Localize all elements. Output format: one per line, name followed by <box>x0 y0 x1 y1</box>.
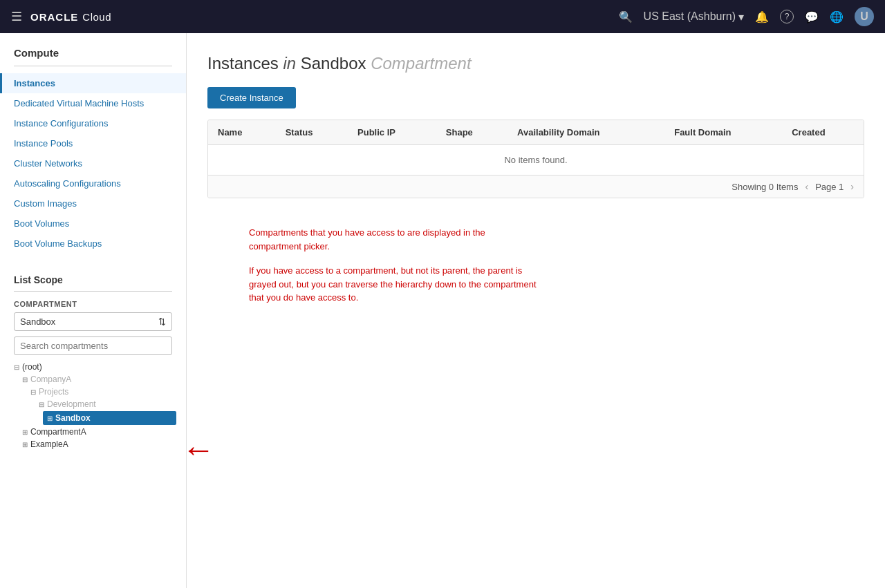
tree-toggle-development[interactable]: ⊟ <box>39 401 44 408</box>
table-header-row: Name Status Public IP Shape Availability… <box>208 120 864 145</box>
sidebar-item-boot-volume-backups[interactable]: Boot Volume Backups <box>0 234 186 254</box>
sidebar-item-instance-configs[interactable]: Instance Configurations <box>0 113 186 133</box>
table-empty-message: No items found. <box>208 145 864 176</box>
compartment-value: Sandbox <box>20 316 55 327</box>
cloud-text: Cloud <box>82 11 111 23</box>
tree-item-projects[interactable]: ⊟ Projects <box>30 386 172 398</box>
navbar-icons: 🔍 US East (Ashburn) ▾ 🔔 ? 💬 🌐 U <box>619 7 874 26</box>
next-page-icon[interactable]: › <box>850 181 854 192</box>
tree-toggle-sandbox[interactable]: ⊞ <box>47 415 53 422</box>
sidebar-section-title: Compute <box>0 47 186 66</box>
page-title-in: in <box>283 54 300 73</box>
tree-item-companya[interactable]: ⊟ CompanyA <box>22 373 172 386</box>
sidebar-item-boot-volumes[interactable]: Boot Volumes <box>0 214 186 234</box>
showing-items-label: Showing 0 Items <box>732 182 798 192</box>
main-content: Instances in Sandbox Compartment Create … <box>187 33 885 588</box>
search-icon[interactable]: 🔍 <box>619 10 633 23</box>
col-created: Created <box>782 120 864 145</box>
select-arrows-icon: ⇅ <box>158 316 166 327</box>
col-public-ip: Public IP <box>348 120 436 145</box>
annotation-text-2: If you have access to a compartment, but… <box>249 264 539 305</box>
table-footer: Showing 0 Items ‹ Page 1 › <box>208 175 864 198</box>
hamburger-icon[interactable]: ☰ <box>11 9 22 24</box>
tree-item-development[interactable]: ⊟ Development <box>39 398 172 410</box>
tree-toggle-root[interactable]: ⊟ <box>14 363 19 371</box>
page-title: Instances in Sandbox Compartment <box>207 54 864 73</box>
tree-toggle-compartmenta[interactable]: ⊞ <box>22 428 28 436</box>
navbar-brand: ORACLE Cloud <box>30 11 111 23</box>
tree-item-sandbox[interactable]: ⊞ Sandbox <box>43 411 176 425</box>
red-arrow-icon: ← <box>182 433 215 466</box>
annotation-text-1: Compartments that you have access to are… <box>249 226 539 253</box>
page-title-instances: Instances <box>207 54 279 73</box>
sidebar-item-autoscaling[interactable]: Autoscaling Configurations <box>0 173 186 193</box>
compartment-search-input[interactable] <box>14 336 172 355</box>
sidebar-item-instance-pools[interactable]: Instance Pools <box>0 133 186 153</box>
col-fault-domain: Fault Domain <box>664 120 782 145</box>
sidebar-item-custom-images[interactable]: Custom Images <box>0 193 186 214</box>
list-scope-section: List Scope COMPARTMENT Sandbox ⇅ ⊟ (root… <box>0 274 186 451</box>
compartment-tree: ⊟ (root) ⊟ CompanyA ⊟ Projects <box>14 361 172 451</box>
oracle-logo-text: ORACLE <box>30 11 78 23</box>
tree-label-root: (root) <box>22 362 42 372</box>
annotation-area: Compartments that you have access to are… <box>249 226 539 316</box>
chat-icon[interactable]: 💬 <box>805 10 819 23</box>
annotation-row-2: If you have access to a compartment, but… <box>249 264 539 316</box>
prev-page-icon[interactable]: ‹ <box>805 181 808 192</box>
sidebar-item-instances[interactable]: Instances <box>0 73 186 93</box>
tree-label-compartmenta: CompartmentA <box>30 427 86 437</box>
region-selector[interactable]: US East (Ashburn) ▾ <box>644 10 744 23</box>
sidebar: Compute Instances Dedicated Virtual Mach… <box>0 33 187 588</box>
tree-item-root[interactable]: ⊟ (root) <box>14 361 172 373</box>
region-label: US East (Ashburn) <box>644 10 736 23</box>
col-shape: Shape <box>436 120 507 145</box>
tree-label-companya: CompanyA <box>30 374 71 384</box>
tree-label-projects: Projects <box>39 387 68 397</box>
bell-icon[interactable]: 🔔 <box>755 10 769 23</box>
col-name: Name <box>208 120 276 145</box>
sidebar-item-cluster-networks[interactable]: Cluster Networks <box>0 153 186 173</box>
page-number: Page 1 <box>815 182 844 192</box>
tree-toggle-companya[interactable]: ⊟ <box>22 376 28 383</box>
help-icon[interactable]: ? <box>780 10 794 23</box>
instances-table: Name Status Public IP Shape Availability… <box>208 120 864 175</box>
globe-icon[interactable]: 🌐 <box>830 10 844 23</box>
navbar: ☰ ORACLE Cloud 🔍 US East (Ashburn) ▾ 🔔 ?… <box>0 0 885 33</box>
tree-toggle-projects[interactable]: ⊟ <box>30 388 36 396</box>
compartment-label: COMPARTMENT <box>14 300 172 308</box>
avatar[interactable]: U <box>855 7 874 26</box>
create-instance-button[interactable]: Create Instance <box>207 87 296 108</box>
arrow-annotation: ← <box>182 401 215 498</box>
compartment-select[interactable]: Sandbox ⇅ <box>14 312 172 331</box>
sidebar-item-dedicated-vm-hosts[interactable]: Dedicated Virtual Machine Hosts <box>0 93 186 113</box>
tree-item-compartmenta[interactable]: ⊞ CompartmentA <box>22 426 172 438</box>
tree-label-development: Development <box>47 399 96 409</box>
list-scope-title: List Scope <box>14 274 172 285</box>
tree-label-sandbox: Sandbox <box>55 413 91 423</box>
main-layout: Compute Instances Dedicated Virtual Mach… <box>0 33 885 588</box>
col-availability-domain: Availability Domain <box>507 120 664 145</box>
tree-item-examplea[interactable]: ⊞ ExampleA <box>22 438 172 451</box>
tree-label-examplea: ExampleA <box>30 439 68 449</box>
page-title-compartment: Compartment <box>371 54 471 73</box>
page-title-sandbox: Sandbox <box>301 54 366 73</box>
instances-table-container: Name Status Public IP Shape Availability… <box>207 120 864 198</box>
chevron-down-icon: ▾ <box>738 10 744 23</box>
tree-toggle-examplea[interactable]: ⊞ <box>22 441 28 448</box>
table-empty-row: No items found. <box>208 145 864 176</box>
col-status: Status <box>276 120 348 145</box>
